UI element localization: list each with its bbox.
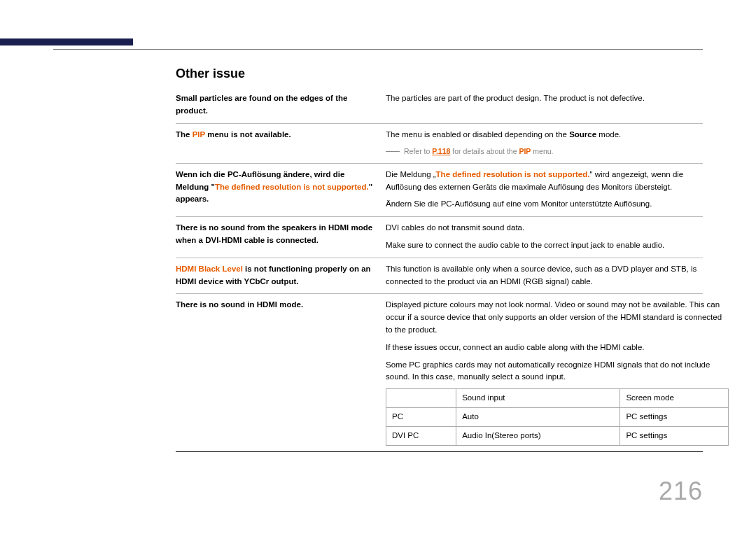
note-text: Refer to P.118 for details about the PIP… bbox=[404, 146, 554, 157]
issue-question: There is no sound from the speakers in H… bbox=[176, 222, 386, 252]
answer-line: Die Meldung „The defined resolution is n… bbox=[386, 169, 703, 194]
chapter-accent-bar bbox=[0, 38, 133, 45]
issue-answer: DVI cables do not transmit sound data. M… bbox=[386, 222, 703, 252]
text-fragment: menu. bbox=[531, 147, 553, 155]
highlight-pip: PIP bbox=[192, 130, 205, 139]
table-cell bbox=[386, 389, 456, 408]
answer-line: DVI cables do not transmit sound data. bbox=[386, 222, 703, 234]
highlight-pip: PIP bbox=[519, 147, 531, 155]
answer-line: Displayed picture colours may not look n… bbox=[386, 299, 729, 336]
text-fragment: The menu is enabled or disabled dependin… bbox=[386, 130, 569, 139]
answer-line: If these issues occur, connect an audio … bbox=[386, 342, 729, 354]
table-cell: PC bbox=[386, 408, 456, 427]
issue-question: The PIP menu is not available. bbox=[176, 129, 386, 157]
issue-row: Wenn ich die PC-Auflösung ändere, wird d… bbox=[176, 164, 703, 217]
highlight-message: The defined resolution is not supported. bbox=[215, 183, 369, 191]
issue-answer: Displayed picture colours may not look n… bbox=[386, 299, 729, 445]
text-fragment: Refer to bbox=[404, 147, 432, 155]
issue-answer: The particles are part of the product de… bbox=[386, 92, 703, 118]
emph-source: Source bbox=[569, 130, 596, 139]
page: Other issue Small particles are found on… bbox=[0, 0, 756, 534]
issue-row: The PIP menu is not available. The menu … bbox=[176, 124, 703, 164]
issue-answer: The menu is enabled or disabled dependin… bbox=[386, 129, 703, 157]
page-number: 216 bbox=[659, 477, 703, 506]
sound-input-table: Sound input Screen mode PC Auto PC setti… bbox=[386, 388, 729, 445]
table-row: Sound input Screen mode bbox=[386, 389, 729, 408]
table-cell: Sound input bbox=[456, 389, 620, 408]
issue-question: Wenn ich die PC-Auflösung ändere, wird d… bbox=[176, 169, 386, 211]
note-line: Refer to P.118 for details about the PIP… bbox=[386, 146, 703, 157]
issue-answer: Die Meldung „The defined resolution is n… bbox=[386, 169, 703, 211]
text-fragment: Die Meldung „ bbox=[386, 170, 436, 178]
highlight-message: The defined resolution is not supported. bbox=[436, 170, 590, 178]
page-ref-link[interactable]: P.118 bbox=[432, 147, 450, 155]
issue-question: There is no sound in HDMI mode. bbox=[176, 299, 386, 445]
highlight-hdmi-black-level: HDMI Black Level bbox=[176, 265, 243, 273]
table-cell: DVI PC bbox=[386, 426, 456, 445]
issue-answer: This function is available only when a s… bbox=[386, 263, 703, 288]
issue-table: Small particles are found on the edges o… bbox=[176, 87, 703, 452]
text-fragment: The bbox=[176, 130, 192, 139]
text-fragment: for details about the bbox=[450, 147, 519, 155]
answer-line: The menu is enabled or disabled dependin… bbox=[386, 129, 703, 141]
top-horizontal-rule bbox=[53, 49, 703, 50]
answer-line: Make sure to connect the audio cable to … bbox=[386, 239, 703, 252]
table-cell: Audio In(Stereo ports) bbox=[456, 426, 620, 445]
table-row: DVI PC Audio In(Stereo ports) PC setting… bbox=[386, 426, 729, 445]
issue-row: Small particles are found on the edges o… bbox=[176, 87, 703, 124]
answer-line: Ändern Sie die PC-Auflösung auf eine vom… bbox=[386, 198, 703, 211]
table-cell: PC settings bbox=[620, 426, 729, 445]
text-fragment: mode. bbox=[596, 130, 621, 139]
issue-question: HDMI Black Level is not functioning prop… bbox=[176, 263, 386, 288]
section-heading: Other issue bbox=[176, 66, 245, 81]
table-cell: Screen mode bbox=[620, 389, 729, 408]
table-row: PC Auto PC settings bbox=[386, 408, 729, 427]
issue-row: There is no sound from the speakers in H… bbox=[176, 217, 703, 258]
issue-question: Small particles are found on the edges o… bbox=[176, 92, 386, 118]
text-fragment: menu is not available. bbox=[205, 130, 291, 139]
issue-row: HDMI Black Level is not functioning prop… bbox=[176, 258, 703, 295]
answer-line: Some PC graphics cards may not automatic… bbox=[386, 359, 729, 384]
table-cell: PC settings bbox=[620, 408, 729, 427]
table-cell: Auto bbox=[456, 408, 620, 427]
issue-row: There is no sound in HDMI mode. Displaye… bbox=[176, 294, 703, 451]
dash-icon bbox=[386, 151, 400, 152]
